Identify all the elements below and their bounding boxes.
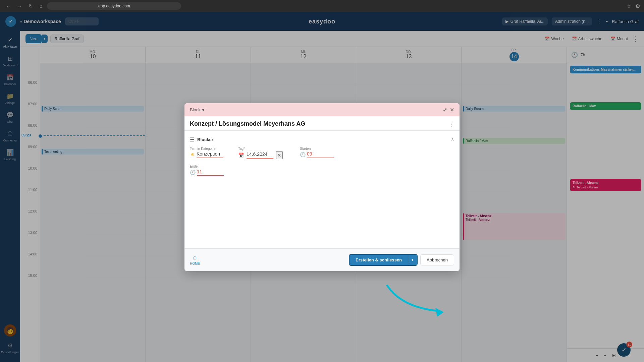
start-label: Starten (300, 147, 334, 150)
start-time-field: Starten 🕐 09 (300, 147, 334, 158)
bookmark-icon: ☆ (627, 3, 631, 9)
form-fields-row1: Termin-Kategorie 🖥 Konzeption Tag* 📅 14.… (190, 147, 454, 159)
modal-overlay[interactable]: Blocker ⤢ ✕ Konzept / Lösungsmodel Meyer… (0, 12, 644, 362)
refresh-button[interactable]: ↻ (27, 2, 35, 10)
extensions-icon: ⚙ (635, 3, 640, 9)
home-nav-button[interactable]: ⌂ HOME (190, 254, 200, 265)
address-bar[interactable] (47, 2, 181, 10)
browser-icons: ☆ ⚙ (627, 3, 640, 9)
monitor-icon: 🖥 (190, 152, 195, 157)
end-value[interactable]: 11 (197, 169, 224, 176)
section-list-icon: ☰ (190, 136, 195, 143)
date-clear-button[interactable]: ✕ (276, 151, 283, 159)
modal-header-bar: Blocker ⤢ ✕ (184, 103, 460, 116)
date-field: Tag* 📅 14.6.2024 ✕ (238, 147, 292, 159)
home-button[interactable]: ⌂ (38, 2, 44, 10)
browser-chrome: ← → ↻ ⌂ ☆ ⚙ (0, 0, 644, 12)
blocker-modal: Blocker ⤢ ✕ Konzept / Lösungsmodel Meyer… (184, 103, 460, 271)
clock-field-icon: 🕐 (300, 152, 306, 157)
forward-button[interactable]: → (15, 2, 24, 10)
section-collapse-button[interactable]: ∧ (451, 137, 454, 142)
date-label: Tag* (238, 147, 292, 150)
end-label: Ende (190, 165, 224, 168)
end-time-field: Ende 🕐 11 (190, 165, 224, 176)
modal-expand-button[interactable]: ⤢ (443, 107, 447, 113)
blocker-section: ☰ Blocker ∧ Termin-Kategorie 🖥 Konzeptio… (184, 130, 460, 181)
home-icon: ⌂ (193, 254, 197, 261)
section-header: ☰ Blocker ∧ (190, 136, 454, 143)
create-close-button[interactable]: Erstellen & schliessen (350, 255, 408, 265)
category-field: Termin-Kategorie 🖥 Konzeption (190, 147, 230, 158)
create-button-group: Erstellen & schliessen ▾ (349, 254, 418, 266)
modal-footer: ⌂ HOME Erstellen & schliessen ▾ Abbreche… (184, 248, 460, 271)
clock-end-icon: 🕐 (190, 170, 196, 175)
modal-options-button[interactable]: ⋮ (448, 120, 454, 128)
calendar-field-icon: 📅 (238, 153, 244, 158)
date-value[interactable]: 14.6.2024 (247, 152, 273, 159)
back-button[interactable]: ← (4, 2, 13, 10)
modal-header-icons: ⤢ ✕ (443, 107, 454, 113)
home-label: HOME (190, 262, 200, 265)
modal-title-bar: Konzept / Lösungsmodel Meyerhans AG ⋮ (184, 116, 460, 130)
modal-spacer (184, 181, 460, 248)
modal-body: ☰ Blocker ∧ Termin-Kategorie 🖥 Konzeptio… (184, 130, 460, 248)
form-fields-row2: Ende 🕐 11 (190, 165, 454, 176)
category-label: Termin-Kategorie (190, 147, 230, 150)
modal-type-label: Blocker (190, 107, 204, 112)
start-value[interactable]: 09 (307, 151, 334, 158)
footer-actions: Erstellen & schliessen ▾ Abbrechen (349, 254, 454, 266)
modal-close-button[interactable]: ✕ (450, 107, 454, 113)
create-dropdown-button[interactable]: ▾ (408, 255, 417, 265)
modal-title: Konzept / Lösungsmodel Meyerhans AG (190, 120, 305, 127)
category-value[interactable]: Konzeption (197, 151, 223, 158)
section-label: Blocker (197, 137, 213, 142)
cancel-button[interactable]: Abbrechen (420, 254, 454, 265)
